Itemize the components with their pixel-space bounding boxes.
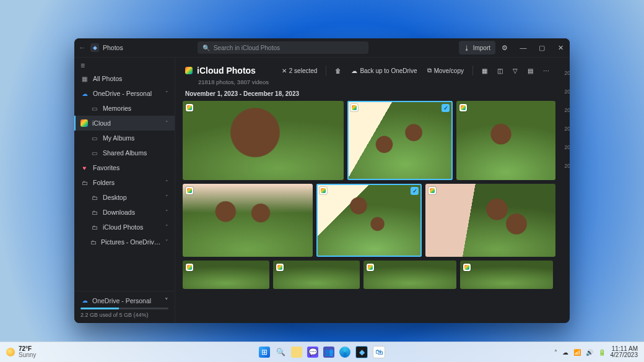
photo-thumb[interactable] [183,261,269,289]
close-button[interactable]: ✕ [551,38,570,57]
year-tick[interactable]: 2022 [565,88,570,95]
weather-cond: Sunny [19,352,36,358]
photo-thumb[interactable]: ✓ [347,101,453,180]
sidebar-item-shared-albums[interactable]: ▭ Shared Albums [74,145,175,160]
sidebar-item-label: All Photos [93,75,122,82]
taskbar-teams[interactable]: 👥 [323,347,334,358]
photo-grid: ✓ ✓ [175,101,563,323]
maximize-button[interactable]: ▢ [533,38,551,57]
storage-caption: 2.2 GB used of 5 GB (44%) [80,312,168,318]
move-copy-button[interactable]: ⧉ Move/copy [424,64,468,77]
page-title: iCloud Photos [185,66,256,75]
folder-icon: 🗀 [90,238,97,246]
taskbar: 72°F Sunny ⊞ 🔍 💬 👥 ◆ 🛍 ˄ ☁ 📶 🔊 🔋 11:11 A… [0,342,644,362]
icloud-badge-icon [320,187,327,194]
sidebar-item-label: Memories [103,105,131,112]
taskbar-search-button[interactable]: 🔍 [275,347,286,358]
tray-chevron-icon[interactable]: ˄ [554,349,557,356]
sidebar-item-label: My Albums [103,134,134,142]
sidebar-item-label: OneDrive - Personal [93,90,152,97]
folder-icon: 🗀 [90,209,98,217]
tray-volume-icon[interactable]: 🔊 [586,349,593,356]
chevron-down-icon: ˅ [165,224,168,230]
group-button[interactable]: ▤ [524,64,537,77]
filter-button[interactable]: ▽ [509,64,521,77]
storage-panel[interactable]: ☁ OneDrive - Personal ˅ 2.2 GB used of 5… [74,291,175,323]
chevron-up-icon: ˄ [165,90,168,97]
sidebar-item-onedrive[interactable]: ☁ OneDrive - Personal ˄ [74,86,175,101]
hamburger-button[interactable]: ≡ [74,58,175,71]
content-header: iCloud Photos ✕ 2 selected 🗑 ☁ [175,58,563,88]
sidebar-item-label: Folders [93,179,115,186]
clock-date: 4/27/2023 [611,352,638,358]
tray-onedrive-icon[interactable]: ☁ [562,349,568,356]
photo-thumb[interactable] [425,184,555,257]
heart-icon: ♥ [80,164,89,172]
tray-battery-icon[interactable]: 🔋 [598,349,606,356]
photo-thumb[interactable] [456,101,555,180]
taskbar-weather[interactable]: 72°F Sunny [6,346,36,358]
folder-icon: 🗀 [90,194,98,202]
app-title: Photos [103,44,123,51]
start-button[interactable]: ⊞ [259,347,270,358]
close-icon: ✕ [282,67,287,74]
library-meta: 21818 photos, 3807 videos [198,79,553,85]
sidebar-item-label: iCloud Photos [103,223,143,231]
photo-thumb[interactable] [363,261,456,289]
year-tick[interactable]: 2019 [565,144,570,150]
taskbar-photos[interactable]: ◆ [355,346,368,358]
taskbar-clock[interactable]: 11:11 AM 4/27/2023 [611,346,638,358]
taskbar-store[interactable]: 🛍 [373,346,385,358]
icloud-badge-icon [463,264,471,271]
sidebar-item-my-albums[interactable]: ▭ My Albums [74,131,175,145]
photo-thumb[interactable] [273,261,360,289]
copy-icon: ⧉ [427,67,432,74]
sidebar-item-label: iCloud [92,119,111,127]
year-tick[interactable]: 2020 [565,126,570,132]
year-tick[interactable]: 2021 [565,107,570,113]
photo-thumb[interactable]: ✓ [316,184,422,257]
more-button[interactable]: ⋯ [539,64,553,77]
sidebar-item-icloud[interactable]: iCloud ˄ [74,116,175,131]
year-scrubber[interactable]: 2023 2022 2021 2020 2019 2018 [563,58,570,323]
taskbar-explorer[interactable] [291,347,302,358]
delete-button[interactable]: 🗑 [331,64,345,77]
sidebar-item-favorites[interactable]: ♥ Favorites [74,160,175,175]
photo-thumb[interactable] [460,261,553,289]
settings-button[interactable]: ⚙ [495,38,514,57]
sidebar-item-label: Favorites [93,164,120,171]
search-input[interactable]: 🔍 Search in iCloud Photos [198,41,368,54]
sidebar-item-pictures-onedrive[interactable]: 🗀 Pictures - OneDrive Personal ˅ [74,235,175,249]
folder-icon: 🗀 [80,179,89,187]
sidebar-item-icloud-photos-folder[interactable]: 🗀 iCloud Photos ˅ [74,220,175,235]
import-button[interactable]: ⭳ Import [459,41,495,54]
cloud-icon: ☁ [80,90,89,98]
sun-icon [6,348,15,356]
import-label: Import [473,45,490,51]
sidebar-item-downloads[interactable]: 🗀 Downloads ˅ [74,205,175,220]
clear-selection-button[interactable]: ✕ 2 selected [278,64,321,77]
taskbar-chat[interactable]: 💬 [307,347,318,358]
sidebar-item-memories[interactable]: ▭ Memories [74,101,175,116]
back-button[interactable]: ← [74,43,90,52]
storage-bar [80,308,168,309]
minimize-button[interactable]: — [514,38,533,57]
photo-thumb[interactable] [183,184,313,257]
search-placeholder: Search in iCloud Photos [214,45,280,51]
sidebar: ≡ ▦ All Photos ☁ OneDrive - Personal ˄ ▭… [74,58,175,323]
backup-label: Back up to OneDrive [360,67,417,74]
sidebar-item-all-photos[interactable]: ▦ All Photos [74,71,175,86]
photo-thumb[interactable] [183,101,344,180]
taskbar-edge[interactable] [339,347,350,358]
layout-button[interactable]: ◫ [494,64,507,77]
year-tick[interactable]: 2023 [565,70,570,76]
year-tick[interactable]: 2018 [565,163,570,169]
icloud-badge-icon [367,264,374,271]
sidebar-item-label: Shared Albums [103,149,147,157]
sidebar-item-desktop[interactable]: 🗀 Desktop ˅ [74,190,175,205]
app-icon: ◆ [90,43,99,52]
backup-button[interactable]: ☁ Back up to OneDrive [347,64,420,77]
view-toggle-button[interactable]: ▦ [478,64,491,77]
tray-wifi-icon[interactable]: 📶 [573,349,581,356]
sidebar-item-folders[interactable]: 🗀 Folders ˄ [74,175,175,190]
